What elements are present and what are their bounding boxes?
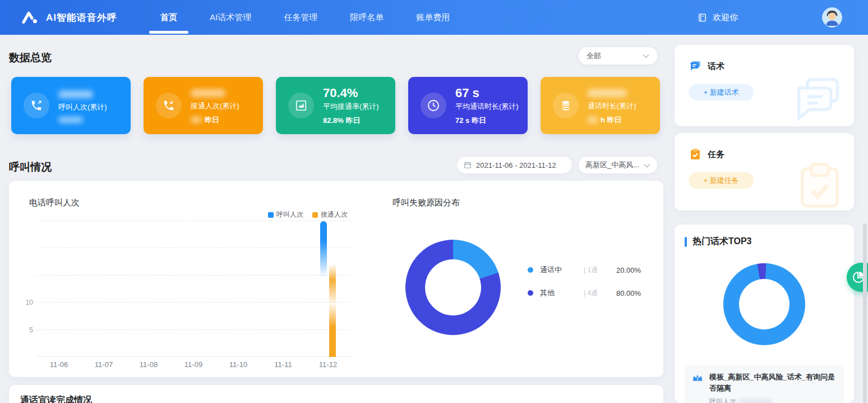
top-navbar: AI智能语音外呼 首页 AI话术管理 任务管理 限呼名单 账单费用 欢迎你: [0, 0, 868, 35]
redacted-value: [588, 117, 598, 123]
bar-chart-plot: 11-0611-0711-0811-0911-1011-1111-12105: [36, 221, 350, 357]
nav-right: 欢迎你: [698, 7, 868, 28]
gridline: [36, 356, 350, 357]
y-axis-label: 10: [19, 299, 33, 306]
legend-item-calls[interactable]: 呼叫人次: [268, 210, 303, 219]
gridline: [36, 275, 350, 276]
stat-card-calls: 呼叫人次(累计): [11, 77, 131, 134]
chevron-down-icon: [644, 161, 650, 170]
task-card: 任务 + 新建任务: [675, 133, 854, 210]
scrollbar-thumb[interactable]: [863, 223, 867, 403]
top3-item-metric: 呼叫人次: [709, 397, 837, 403]
crown-rank-icon: 1: [691, 372, 704, 393]
bar-呼叫人次: [320, 221, 327, 357]
legend-swatch-1: [312, 212, 318, 218]
stat-card-total-duration: 通话时长(累计) h 昨日: [541, 77, 660, 134]
y-axis-label: 5: [19, 326, 33, 334]
donut-legend: 通话中 | 1通 20.00% 其他 | 4通 80.00%: [528, 265, 641, 311]
stat-label: 平均通话时长(累计): [455, 102, 519, 112]
stat-card-connected: 接通人次(累计) 昨日: [144, 77, 263, 134]
x-axis-label: 11-09: [171, 360, 216, 369]
overview-filter-select[interactable]: 全部: [579, 47, 657, 65]
call-section-title: 呼叫情况: [9, 160, 52, 175]
redacted-value: [738, 399, 772, 403]
redacted-value: [588, 89, 627, 97]
nav-item-blocklist[interactable]: 限呼名单: [334, 0, 400, 35]
chat-bubble-watermark-icon: [792, 73, 844, 126]
x-axis-label: 11-08: [126, 360, 171, 369]
donut-legend-row[interactable]: 其他 | 4通 80.00%: [528, 288, 641, 298]
phone-incoming-icon: [156, 93, 182, 118]
bottom-panel: 通话宣读完成情况: [9, 385, 663, 403]
chevron-down-icon: [643, 52, 649, 60]
redacted-value: [191, 89, 225, 97]
stat-label: 通话时长(累计): [588, 101, 636, 111]
new-task-button[interactable]: + 新建任务: [689, 172, 754, 189]
donut-legend-row[interactable]: 通话中 | 1通 20.00%: [528, 265, 641, 275]
nav-item-scripts[interactable]: AI话术管理: [193, 0, 267, 35]
x-axis-label: 11-07: [81, 360, 126, 369]
gridline: [36, 221, 350, 221]
overview-section-title: 数据总览: [9, 51, 52, 65]
x-axis-label: 11-11: [261, 360, 306, 369]
brand: AI智能语音外呼: [20, 8, 117, 27]
stat-value: 70.4%: [323, 86, 379, 100]
stat-label: 接通人次(累计): [191, 101, 239, 111]
x-axis-label: 11-06: [36, 360, 81, 369]
title-accent-bar: [685, 237, 687, 247]
redacted-value: [58, 117, 83, 123]
clipboard-watermark-icon: [793, 160, 846, 210]
redacted-value: [191, 117, 202, 123]
donut-hole: [739, 279, 789, 329]
stat-card-connect-rate: 70.4% 平均接通率(累计) 82.8% 昨日: [276, 77, 395, 134]
legend-item-connected[interactable]: 接通人次: [312, 210, 348, 219]
app-title: AI智能语音外呼: [46, 11, 117, 24]
stat-card-avg-duration: 67 s 平均通话时长(累计) 72 s 昨日: [408, 77, 528, 134]
top3-card: 热门话术TOP3 1 模板_高新区_中高风险_话术_有询问是否隔离 呼叫人次: [675, 225, 854, 403]
top3-item-title: 模板_高新区_中高风险_话术_有询问是否隔离: [709, 372, 837, 393]
donut-hole: [425, 259, 481, 315]
bar-chart-legend: 呼叫人次 接通人次: [268, 210, 348, 219]
gridline: [36, 248, 350, 248]
date-range-picker[interactable]: 2021-11-06 - 2021-11-12: [457, 157, 572, 173]
calendar-icon: [464, 161, 472, 169]
phone-outgoing-icon: [24, 93, 49, 118]
donut-legend-dot: [528, 290, 533, 296]
redacted-value: [58, 90, 93, 98]
stat-sub: 72 s 昨日: [455, 116, 519, 126]
x-axis-label: 11-12: [306, 360, 350, 369]
top3-list-item[interactable]: 1 模板_高新区_中高风险_话术_有询问是否隔离 呼叫人次: [685, 365, 844, 403]
gridline: [36, 329, 350, 330]
user-avatar[interactable]: [822, 7, 842, 28]
legend-swatch-0: [268, 212, 274, 218]
stat-value: 67 s: [455, 86, 519, 100]
x-axis-label: 11-10: [216, 360, 261, 369]
call-charts-panel: 电话呼叫人次 呼叫人次 接通人次 11-0611-0711-0811-0911-…: [9, 181, 663, 377]
nav-item-home[interactable]: 首页: [144, 0, 193, 35]
svg-text:1: 1: [696, 377, 699, 381]
chart-icon: [288, 93, 314, 118]
bar-接通人次: [329, 264, 336, 357]
guide-book-icon: [698, 13, 707, 22]
main-nav: 首页 AI话术管理 任务管理 限呼名单 账单费用: [144, 0, 466, 35]
stat-cards-row: 呼叫人次(累计) 接通人次(累计) 昨日 70.4% 平均接通率(累计) 82.…: [11, 77, 660, 134]
top3-title: 热门话术TOP3: [692, 236, 752, 248]
app-logo-icon: [20, 8, 39, 27]
scope-select[interactable]: 高新区_中高风...: [579, 157, 657, 173]
stat-label: 呼叫人次(累计): [58, 102, 107, 112]
bottom-panel-title: 通话宣读完成情况: [20, 395, 663, 403]
welcome-link[interactable]: 欢迎你: [698, 12, 738, 23]
stat-sub: 82.8% 昨日: [323, 116, 379, 126]
script-card: 话术 + 新建话术: [675, 45, 854, 126]
gridline: [36, 302, 350, 303]
clipboard-icon: [689, 148, 702, 161]
new-script-button[interactable]: + 新建话术: [689, 84, 754, 100]
top3-header: 热门话术TOP3: [685, 236, 854, 248]
chat-bubble-icon: [689, 59, 702, 73]
stat-label: 平均接通率(累计): [323, 102, 379, 112]
clock-icon: [421, 93, 446, 118]
coins-icon: [553, 93, 579, 118]
nav-item-tasks[interactable]: 任务管理: [267, 0, 334, 35]
bar-chart-title: 电话呼叫人次: [29, 198, 80, 208]
nav-item-billing[interactable]: 账单费用: [400, 0, 466, 35]
